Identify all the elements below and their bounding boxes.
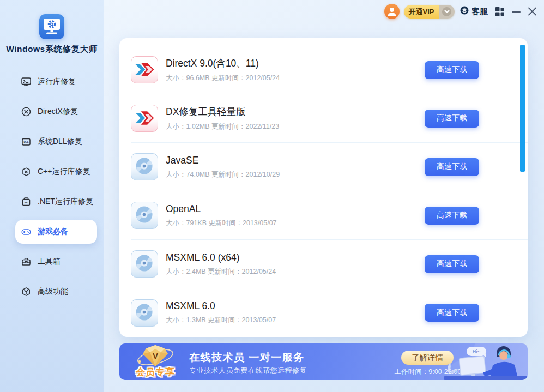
download-button[interactable]: 高速下载 (425, 207, 479, 225)
item-meta: 大小：791KB 更新时间：2013/05/07 (166, 219, 277, 228)
item-title: JavaSE (166, 155, 280, 166)
member-badge: V 会员专享 (129, 343, 182, 380)
disc-icon (131, 153, 158, 180)
sidebar-item-label: 运行库修复 (38, 77, 76, 87)
circle-x-icon (21, 106, 32, 117)
sidebar-item-cpp-repair[interactable]: C++运行库修复 (0, 160, 104, 184)
list-item-javase[interactable]: JavaSE 大小：74.0MB 更新时间：2012/10/29 高速下载 (131, 143, 528, 191)
sidebar-item-directx-repair[interactable]: DirectX修复 (0, 100, 104, 124)
item-title: MSXML 6.0 (166, 300, 276, 312)
support-agent-illustration: Hi~ (391, 343, 528, 380)
speech-bubble-text: Hi~ (473, 349, 480, 354)
sidebar-item-game-essentials[interactable]: 游戏必备 (15, 220, 97, 244)
sidebar-item-toolbox[interactable]: 工具箱 (0, 250, 104, 274)
list-item-msxml-x64[interactable]: MSXML 6.0 (x64) 大小：2.4MB 更新时间：2012/05/24… (131, 240, 528, 288)
sidebar-item-label: 工具箱 (38, 257, 61, 267)
item-title: OpenAL (166, 203, 277, 215)
item-title: MSXML 6.0 (x64) (166, 252, 276, 263)
app-title: Windows系统修复大师 (0, 44, 104, 55)
sidebar-item-label: 系统DLL修复 (38, 137, 82, 147)
sidebar-nav: 运行库修复 DirectX修复 DLL 系统DLL修复 (0, 70, 104, 310)
hexagon-icon (21, 286, 32, 297)
item-meta: 大小：1.02MB 更新时间：2022/11/23 (166, 122, 279, 131)
dotnet-box-icon: .NET (21, 196, 32, 207)
download-button[interactable]: 高速下载 (425, 158, 479, 176)
item-title: DX修复工具轻量版 (166, 105, 279, 118)
close-button[interactable] (528, 5, 537, 19)
dll-glyph: DLL (24, 141, 29, 143)
vip-upgrade-button[interactable]: 开通VIP (404, 5, 455, 19)
item-meta: 大小：2.4MB 更新时间：2012/05/24 (166, 267, 276, 276)
list-item-dx-repair-lite[interactable]: DX修复工具轻量版 大小：1.02MB 更新时间：2022/11/23 高速下载 (131, 94, 528, 143)
sidebar-item-runtime-repair[interactable]: 运行库修复 (0, 70, 104, 94)
item-title: DirectX 9.0(含10、11) (166, 57, 280, 70)
sidebar: Windows系统修复大师 运行库修复 DirectX修复 (0, 0, 104, 392)
disc-icon (131, 202, 158, 229)
vip-dropdown[interactable] (439, 5, 455, 19)
sidebar-item-label: 高级功能 (38, 287, 68, 297)
sidebar-item-label: 游戏必备 (38, 227, 68, 237)
sidebar-item-label: DirectX修复 (38, 107, 78, 117)
sidebar-item-label: .NET运行库修复 (38, 197, 93, 207)
list-item-msxml[interactable]: MSXML 6.0 大小：1.3MB 更新时间：2013/05/07 高速下载 (131, 288, 528, 337)
sidebar-item-dotnet-repair[interactable]: .NET .NET运行库修复 (0, 190, 104, 214)
minimize-button[interactable] (512, 7, 521, 19)
vip-label: 开通VIP (404, 5, 439, 19)
apps-grid-button[interactable] (495, 7, 505, 19)
vip-service-banner[interactable]: V 会员专享 在线技术员 一对一服务 专业技术人员免费在线帮您远程修复 了解详情… (119, 343, 528, 380)
item-meta: 大小：96.6MB 更新时间：2012/05/24 (166, 74, 280, 83)
member-badge-label: 会员专享 (129, 366, 182, 378)
list-item-openal[interactable]: OpenAL 大小：791KB 更新时间：2013/05/07 高速下载 (131, 191, 528, 240)
app-logo-icon (39, 14, 64, 39)
list-item-directx9[interactable]: DirectX 9.0(含10、11) 大小：96.6MB 更新时间：2012/… (131, 46, 528, 94)
download-list: DirectX 9.0(含10、11) 大小：96.6MB 更新时间：2012/… (119, 38, 528, 337)
diamond-icon: V (135, 343, 176, 369)
cube-x-icon (21, 166, 32, 177)
scrollbar-thumb[interactable] (520, 45, 525, 172)
chevron-down-icon (442, 7, 451, 16)
download-button[interactable]: 高速下载 (425, 255, 479, 273)
sidebar-item-dll-repair[interactable]: DLL 系统DLL修复 (0, 130, 104, 154)
item-meta: 大小：1.3MB 更新时间：2013/05/07 (166, 316, 276, 325)
diamond-letter: V (153, 351, 158, 360)
download-button[interactable]: 高速下载 (425, 61, 479, 79)
download-list-panel: DirectX 9.0(含10、11) 大小：96.6MB 更新时间：2012/… (119, 38, 528, 337)
sidebar-item-advanced[interactable]: 高级功能 (0, 280, 104, 304)
headset-icon (460, 5, 469, 17)
directx-logo-icon (131, 105, 158, 132)
titlebar: 开通VIP 客服 (376, 0, 544, 24)
item-meta: 大小：74.0MB 更新时间：2012/10/29 (166, 170, 280, 179)
toolbox-icon (21, 256, 32, 267)
download-button[interactable]: 高速下载 (425, 110, 479, 128)
disc-icon (131, 250, 158, 278)
dll-card-icon: DLL (21, 136, 32, 147)
directx-logo-icon (131, 56, 158, 83)
user-avatar[interactable] (384, 4, 400, 19)
terminal-monitor-icon (21, 76, 32, 87)
download-button[interactable]: 高速下载 (425, 304, 479, 322)
sidebar-item-label: C++运行库修复 (38, 167, 90, 177)
app-window: { "app": { "title": "Windows系统修复大师" }, "… (0, 0, 544, 392)
banner-subtitle: 专业技术人员免费在线帮您远程修复 (189, 366, 307, 376)
customer-service-label: 客服 (472, 7, 488, 17)
disc-icon (131, 299, 158, 327)
customer-service-button[interactable]: 客服 (460, 5, 488, 17)
dotnet-glyph: .NET (24, 201, 29, 204)
banner-title: 在线技术员 一对一服务 (189, 351, 305, 365)
gamepad-icon (21, 226, 32, 237)
